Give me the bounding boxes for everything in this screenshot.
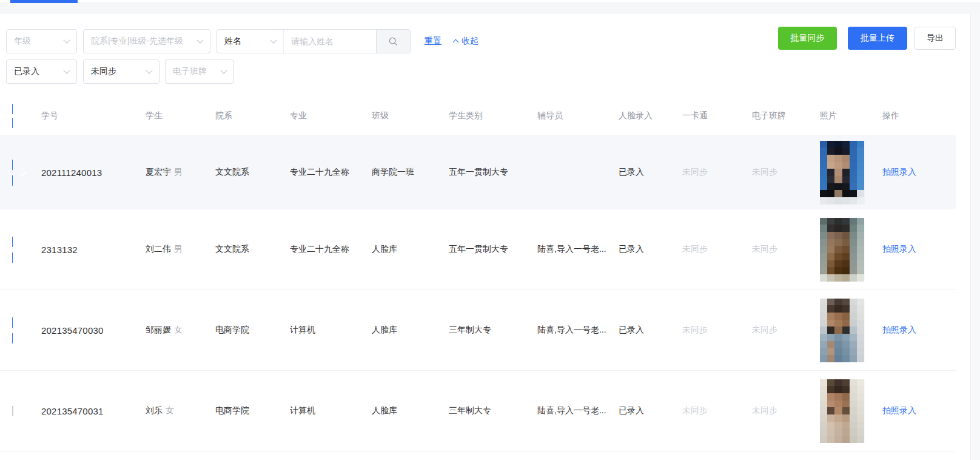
cell-department: 电商学院 — [215, 325, 290, 336]
student-gender: 男 — [174, 244, 183, 254]
capture-photo-link[interactable]: 拍照录入 — [882, 244, 916, 254]
sync-status-select[interactable]: 未同步 — [83, 59, 159, 84]
collapse-link[interactable]: 收起 — [454, 36, 478, 47]
cell-class: 商学院一班 — [372, 167, 449, 178]
cell-student-type: 五年一贯制大专 — [449, 244, 537, 255]
student-photo[interactable] — [820, 218, 864, 282]
capture-photo-link[interactable]: 拍照录入 — [882, 325, 916, 334]
reset-link[interactable]: 重置 — [425, 36, 441, 47]
table-row: 2313132 刘二伟男 文文院系 专业二十九全称 人脸库 五年一贯制大专 陆喜… — [0, 209, 956, 290]
table-row: 202135470030 邹丽媛女 电商学院 计算机 人脸库 三年制大专 陆喜,… — [0, 290, 956, 371]
eclass-select-placeholder: 电子班牌 — [173, 66, 207, 77]
table-row: 202135470031 刘乐女 电商学院 计算机 人脸库 三年制大专 陆喜,导… — [0, 371, 956, 452]
chevron-down-icon — [220, 67, 227, 73]
table-body: 202111240013 夏宏宇男 文文院系 专业二十九全称 商学院一班 五年一… — [0, 135, 956, 452]
cell-eclass-status: 未同步 — [752, 325, 820, 336]
name-field-select-value: 姓名 — [224, 36, 241, 47]
tab-bar-strip — [0, 2, 980, 14]
cell-card-status: 未同步 — [682, 325, 752, 336]
page-right-gutter — [970, 14, 980, 460]
row-checkbox[interactable] — [12, 237, 35, 263]
cell-face-status: 已录入 — [619, 325, 682, 336]
student-gender: 女 — [166, 405, 174, 415]
name-field-select[interactable]: 姓名 — [217, 30, 284, 53]
cell-student: 刘二伟男 — [146, 244, 215, 255]
column-header: 辅导员 — [537, 110, 619, 121]
search-button[interactable] — [376, 30, 410, 53]
student-name: 刘二伟 — [146, 244, 171, 254]
cell-student-id: 202135470030 — [41, 325, 146, 336]
column-header: 班级 — [372, 110, 449, 121]
student-name: 邹丽媛 — [146, 325, 171, 334]
cell-major: 专业二十九全称 — [290, 244, 372, 255]
cell-face-status: 已录入 — [619, 405, 682, 416]
cell-card-status: 未同步 — [682, 167, 752, 178]
column-header: 学生类别 — [449, 110, 537, 121]
cell-class: 人脸库 — [372, 325, 449, 336]
cell-class: 人脸库 — [372, 405, 449, 416]
column-header: 院系 — [215, 110, 290, 121]
filter-links: 重置 收起 — [425, 29, 478, 53]
name-search-input[interactable] — [284, 30, 376, 53]
cell-eclass-status: 未同步 — [752, 244, 820, 255]
export-button[interactable]: 导出 — [915, 27, 956, 50]
sync-status-value: 未同步 — [91, 66, 116, 77]
grade-select-placeholder: 年级 — [14, 36, 31, 47]
cell-student-type: 三年制大专 — [449, 325, 537, 336]
student-face-management-page: 年级 院系|专业|班级-先选年级 姓名 重置 收起 批量同步 批量上传 导出 已… — [0, 0, 980, 460]
batch-sync-button[interactable]: 批量同步 — [778, 27, 837, 50]
name-search-group: 姓名 — [216, 29, 411, 53]
batch-upload-button[interactable]: 批量上传 — [848, 27, 907, 50]
chevron-down-icon — [196, 36, 203, 43]
cell-student-id: 2313132 — [41, 245, 146, 255]
cell-eclass-status: 未同步 — [752, 405, 820, 416]
row-checkbox[interactable] — [12, 317, 35, 343]
student-gender: 男 — [174, 167, 183, 177]
cell-student: 夏宏宇男 — [146, 167, 215, 178]
student-photo[interactable] — [820, 141, 864, 205]
cell-counselor: 陆喜,导入一号老... — [537, 325, 619, 336]
student-name: 刘乐 — [146, 405, 163, 415]
chevron-down-icon — [146, 67, 152, 73]
cell-department: 文文院系 — [215, 244, 290, 255]
student-gender: 女 — [174, 325, 183, 334]
cell-department: 文文院系 — [215, 167, 290, 178]
column-header: 操作 — [882, 110, 956, 121]
cell-major: 计算机 — [290, 405, 372, 416]
cell-card-status: 未同步 — [682, 405, 752, 416]
student-photo[interactable] — [820, 379, 864, 443]
cell-student: 邹丽媛女 — [146, 325, 215, 336]
cell-student-type: 五年一贯制大专 — [449, 167, 537, 178]
column-header: 专业 — [290, 110, 372, 121]
cell-face-status: 已录入 — [619, 167, 682, 178]
column-header: 一卡通 — [682, 110, 752, 121]
column-header: 电子班牌 — [752, 110, 820, 121]
grade-select[interactable]: 年级 — [6, 29, 77, 53]
cell-class: 人脸库 — [372, 244, 449, 255]
column-header: 照片 — [820, 110, 882, 121]
table-row: 202111240013 夏宏宇男 文文院系 专业二十九全称 商学院一班 五年一… — [0, 135, 956, 209]
collapse-link-label: 收起 — [461, 36, 478, 47]
cell-student-id: 202135470031 — [41, 406, 146, 416]
row-checkbox[interactable] — [12, 406, 13, 416]
entry-status-select[interactable]: 已录入 — [6, 59, 77, 84]
cell-eclass-status: 未同步 — [752, 167, 820, 178]
cell-major: 计算机 — [290, 325, 372, 336]
chevron-down-icon — [63, 36, 70, 43]
cell-student: 刘乐女 — [146, 405, 215, 416]
column-header: 人脸录入 — [619, 110, 682, 121]
chevron-down-icon — [270, 36, 277, 43]
capture-photo-link[interactable]: 拍照录入 — [882, 167, 916, 177]
eclass-select[interactable]: 电子班牌 — [165, 59, 234, 84]
department-cascade-select[interactable]: 院系|专业|班级-先选年级 — [83, 29, 210, 53]
cell-department: 电商学院 — [215, 405, 290, 416]
student-photo[interactable] — [820, 299, 864, 362]
cell-major: 专业二十九全称 — [290, 167, 372, 178]
cell-counselor: 陆喜,导入一号老... — [537, 244, 619, 255]
entry-status-value: 已录入 — [14, 66, 39, 77]
cell-counselor: 陆喜,导入一号老... — [537, 405, 619, 416]
select-all-checkbox[interactable] — [12, 104, 35, 128]
active-tab-indicator — [10, 0, 78, 3]
row-checkbox[interactable] — [12, 160, 35, 186]
capture-photo-link[interactable]: 拍照录入 — [882, 405, 916, 415]
